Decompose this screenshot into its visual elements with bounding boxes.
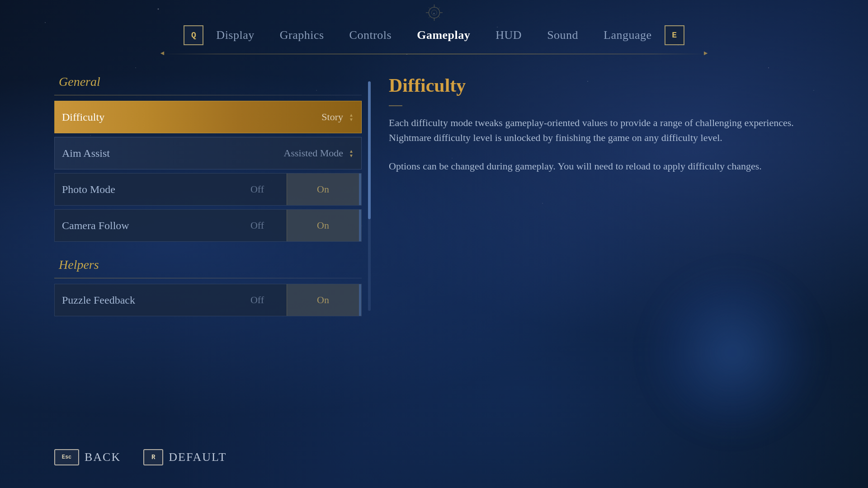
toggle-options-camera-follow: Off On bbox=[228, 210, 359, 241]
setting-name-camera-follow: Camera Follow bbox=[62, 220, 228, 232]
section-divider-helpers bbox=[54, 278, 362, 278]
back-key-badge: Esc bbox=[54, 449, 79, 465]
toggle-divider-camera-follow bbox=[359, 210, 361, 241]
tab-display[interactable]: Display bbox=[203, 25, 267, 46]
section-divider-general bbox=[54, 95, 362, 95]
toggle-off-puzzle-feedback[interactable]: Off bbox=[228, 284, 287, 316]
description-panel: Difficulty Each difficulty mode tweaks g… bbox=[389, 72, 814, 320]
description-paragraph-2: Options can be changed during gameplay. … bbox=[389, 159, 814, 174]
bottom-bar: Esc BACK R DEFAULT bbox=[54, 449, 226, 465]
toggle-off-photo-mode[interactable]: Off bbox=[228, 174, 287, 205]
section-label-helpers: Helpers bbox=[54, 255, 362, 276]
chevron-down-difficulty: ▼ bbox=[349, 117, 354, 121]
setting-value-aim-assist: Assisted Mode bbox=[284, 147, 343, 159]
setting-name-aim-assist: Aim Assist bbox=[62, 147, 284, 160]
setting-value-difficulty: Story bbox=[321, 111, 343, 123]
toggle-divider-puzzle-feedback bbox=[359, 284, 361, 316]
toggle-divider-photo-mode bbox=[359, 174, 361, 205]
description-paragraph-1: Each difficulty mode tweaks gameplay-ori… bbox=[389, 115, 814, 145]
chevron-group-difficulty: ▲ ▼ bbox=[349, 113, 354, 121]
tab-hud[interactable]: HUD bbox=[483, 25, 534, 46]
nav-key-e[interactable]: E bbox=[665, 25, 684, 45]
navigation-bar: Q Display Graphics Controls Gameplay HUD… bbox=[0, 0, 868, 46]
toggle-off-camera-follow[interactable]: Off bbox=[228, 210, 287, 241]
default-button[interactable]: R DEFAULT bbox=[143, 449, 226, 465]
back-button[interactable]: Esc BACK bbox=[54, 449, 121, 465]
chevron-up-aim-assist: ▲ bbox=[349, 149, 354, 153]
tab-sound[interactable]: Sound bbox=[534, 25, 591, 46]
setting-row-aim-assist[interactable]: Aim Assist Assisted Mode ▲ ▼ bbox=[54, 137, 362, 169]
default-label: DEFAULT bbox=[169, 450, 226, 464]
setting-row-puzzle-feedback[interactable]: Puzzle Feedback Off On bbox=[54, 284, 362, 316]
chevron-down-aim-assist: ▼ bbox=[349, 154, 354, 157]
section-label-general: General bbox=[54, 72, 362, 93]
chevron-up-difficulty: ▲ bbox=[349, 113, 354, 117]
description-title-underline bbox=[389, 105, 402, 106]
toggle-on-camera-follow[interactable]: On bbox=[287, 210, 359, 241]
toggle-on-photo-mode[interactable]: On bbox=[287, 174, 359, 205]
back-label: BACK bbox=[85, 450, 121, 464]
nav-underline bbox=[163, 54, 705, 54]
settings-panel: General Difficulty Story ▲ ▼ Aim Assist … bbox=[54, 72, 362, 320]
setting-name-photo-mode: Photo Mode bbox=[62, 183, 228, 196]
nav-key-q[interactable]: Q bbox=[184, 25, 203, 45]
scrollbar-thumb[interactable] bbox=[368, 81, 371, 219]
setting-row-photo-mode[interactable]: Photo Mode Off On bbox=[54, 173, 362, 206]
tab-language[interactable]: Language bbox=[591, 25, 665, 46]
setting-row-camera-follow[interactable]: Camera Follow Off On bbox=[54, 209, 362, 242]
toggle-options-puzzle-feedback: Off On bbox=[228, 284, 359, 316]
setting-row-difficulty[interactable]: Difficulty Story ▲ ▼ bbox=[54, 101, 362, 133]
default-key-badge: R bbox=[143, 449, 163, 465]
tab-controls[interactable]: Controls bbox=[337, 25, 405, 46]
chevron-group-aim-assist: ▲ ▼ bbox=[349, 149, 354, 157]
toggle-options-photo-mode: Off On bbox=[228, 174, 359, 205]
setting-name-puzzle-feedback: Puzzle Feedback bbox=[62, 294, 228, 306]
tab-graphics[interactable]: Graphics bbox=[267, 25, 337, 46]
description-title: Difficulty bbox=[389, 75, 814, 96]
toggle-on-puzzle-feedback[interactable]: On bbox=[287, 284, 359, 316]
setting-name-difficulty: Difficulty bbox=[62, 111, 321, 123]
scrollbar-track bbox=[368, 81, 371, 311]
tab-gameplay[interactable]: Gameplay bbox=[404, 25, 483, 46]
